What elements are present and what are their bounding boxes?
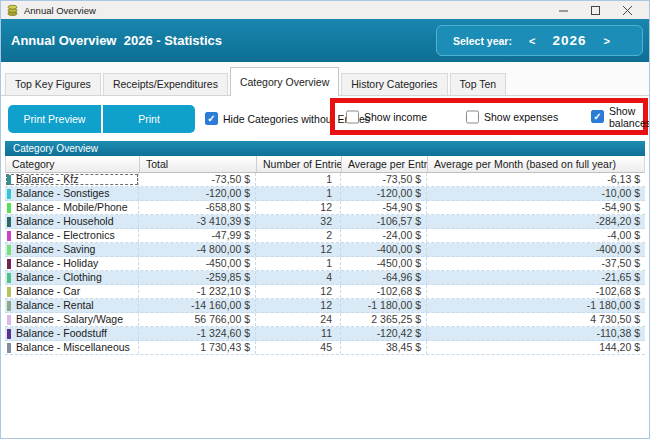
title-bar: Annual Overview [1,1,649,19]
avg-month-cell: -102,68 $ [427,285,645,298]
table-row[interactable]: Balance - Holiday-450,00 $1-450,00 $-37,… [5,257,645,271]
category-label: Balance - Mobile/Phone [16,201,128,214]
category-color-chip [7,217,11,227]
app-window: Annual Overview Annual Overview 2026 - S… [0,0,650,439]
table-row[interactable]: Balance - Mobile/Phone-658,80 $12-54,90 … [5,201,645,215]
table-row[interactable]: Balance - Clothing-259,85 $4-64,96 $-21,… [5,271,645,285]
maximize-button[interactable] [590,5,601,16]
entries-cell: 12 [256,201,341,214]
print-button[interactable]: Print [102,105,195,133]
entries-cell: 12 [256,285,341,298]
category-color-chip [7,231,11,241]
total-cell: -120,00 $ [139,187,256,200]
avg-entry-cell: -120,42 $ [341,327,427,340]
app-header: Annual Overview 2026 - Statistics Select… [1,19,649,62]
category-cell: Balance - Salary/Wage [5,313,139,326]
column-header[interactable]: Average per Entry [342,156,428,172]
column-header[interactable]: Average per Month (based on full year) [428,156,644,172]
entries-cell: 4 [256,271,341,284]
close-button[interactable] [622,5,633,16]
column-header[interactable]: Total [140,156,257,172]
avg-entry-cell: 2 365,25 $ [341,313,427,326]
show-balances-checkbox[interactable]: Show balances [591,105,650,129]
entries-cell: 2 [256,229,341,242]
checkbox-box [205,112,218,125]
total-cell: -73,50 $ [139,173,256,186]
category-label: Balance - Kfz [16,173,78,186]
category-cell: Balance - Sonstiges [5,187,139,200]
checkbox-label: Show expenses [484,111,558,123]
total-cell: 56 766,00 $ [139,313,256,326]
category-label: Balance - Rental [16,299,94,312]
tab-bar: Top Key FiguresReceipts/ExpendituresCate… [1,62,649,96]
table-row[interactable]: Balance - Car-1 232,10 $12-102,68 $-102,… [5,285,645,299]
avg-month-cell: -10,00 $ [427,187,645,200]
table-row[interactable]: Balance - Saving-4 800,00 $12-400,00 $-4… [5,243,645,257]
entries-cell: 11 [256,327,341,340]
table-body: Balance - Kfz-73,50 $1-73,50 $-6,13 $Bal… [5,173,645,355]
category-color-chip [7,245,11,255]
table-row[interactable]: Balance - Foodstuff-1 324,60 $11-120,42 … [5,327,645,341]
category-label: Balance - Clothing [16,271,102,284]
tab-history-categories[interactable]: History Categories [341,73,447,95]
year-selector: Select year: < 2026 > [436,25,643,56]
category-label: Balance - Foodstuff [16,327,107,340]
avg-entry-cell: -400,00 $ [341,243,427,256]
entries-cell: 12 [256,243,341,256]
category-cell: Balance - Miscellaneous [5,341,139,354]
tab-category-overview[interactable]: Category Overview [230,67,339,96]
total-cell: -259,85 $ [139,271,256,284]
show-income-checkbox[interactable]: Show income [346,110,427,123]
tab-top-key-figures[interactable]: Top Key Figures [5,73,101,95]
entries-cell: 1 [256,257,341,270]
next-year-button[interactable]: > [603,35,609,47]
category-color-chip [7,203,11,213]
tab-receipts-expenditures[interactable]: Receipts/Expenditures [103,73,228,95]
category-cell: Balance - Mobile/Phone [5,201,139,214]
minimize-button[interactable] [558,5,569,16]
checkbox-label: Show balances [609,105,650,129]
category-cell: Balance - Clothing [5,271,139,284]
table-row[interactable]: Balance - Sonstiges-120,00 $1-120,00 $-1… [5,187,645,201]
category-color-chip [7,273,11,283]
print-preview-button[interactable]: Print Preview [8,105,101,133]
window-title: Annual Overview [24,5,96,16]
table-row[interactable]: Balance - Household-3 410,39 $32-106,57 … [5,215,645,229]
highlight-rectangle: Show income Show expenses Show balances [330,98,648,135]
avg-entry-cell: -24,00 $ [341,229,427,242]
window-controls [558,5,643,16]
tab-top-ten[interactable]: Top Ten [450,73,507,95]
avg-entry-cell: 38,45 $ [341,341,427,354]
table-row[interactable]: Balance - Rental-14 160,00 $12-1 180,00 … [5,299,645,313]
avg-entry-cell: -1 180,00 $ [341,299,427,312]
category-label: Balance - Household [16,215,113,228]
avg-month-cell: -1 180,00 $ [427,299,645,312]
category-cell: Balance - Saving [5,243,139,256]
year-value: 2026 [552,33,586,48]
entries-cell: 32 [256,215,341,228]
column-header[interactable]: Category [6,156,140,172]
previous-year-button[interactable]: < [529,35,535,47]
table-section-header: Category Overview [5,141,645,156]
checkbox-box [346,110,359,123]
select-year-label: Select year: [453,35,512,47]
category-label: Balance - Salary/Wage [16,313,123,326]
avg-entry-cell: -54,90 $ [341,201,427,214]
table-row[interactable]: Balance - Miscellaneous1 730,43 $4538,45… [5,341,645,355]
table-row[interactable]: Balance - Electronics-47,99 $2-24,00 $-4… [5,229,645,243]
category-label: Balance - Holiday [16,257,98,270]
avg-month-cell: -110,38 $ [427,327,645,340]
avg-month-cell: -21,65 $ [427,271,645,284]
table-row[interactable]: Balance - Salary/Wage56 766,00 $242 365,… [5,313,645,327]
table-row[interactable]: Balance - Kfz-73,50 $1-73,50 $-6,13 $ [5,173,645,187]
category-cell: Balance - Car [5,285,139,298]
table-header-row: CategoryTotalNumber of EntriesAverage pe… [5,156,645,173]
column-header[interactable]: Number of Entries [257,156,342,172]
category-color-chip [7,259,11,269]
total-cell: -1 232,10 $ [139,285,256,298]
avg-entry-cell: -106,57 $ [341,215,427,228]
category-color-chip [7,287,11,297]
show-expenses-checkbox[interactable]: Show expenses [466,110,558,123]
category-cell: Balance - Electronics [5,229,139,242]
total-cell: 1 730,43 $ [139,341,256,354]
